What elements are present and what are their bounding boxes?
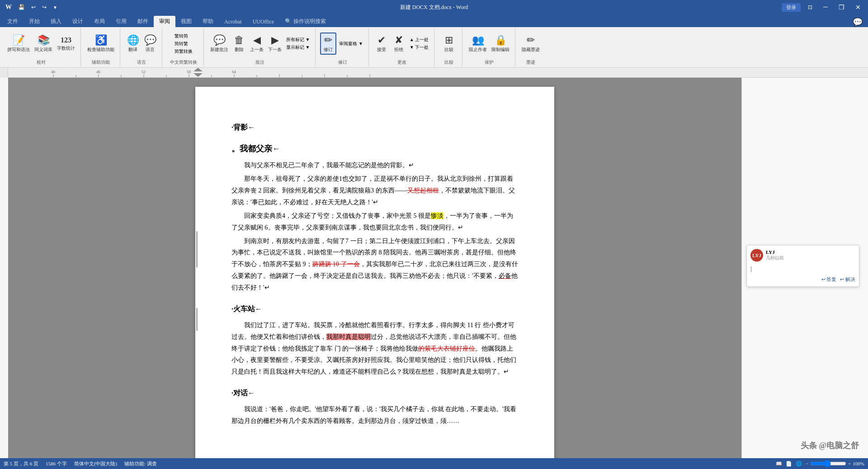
tab-uuoffice[interactable]: UUOffice (247, 17, 280, 27)
view-web-btn[interactable]: 🌐 (796, 461, 802, 467)
tab-view[interactable]: 视图 (175, 16, 197, 27)
status-bar: 第 5 页，共 6 页 1586 个字 简体中文(中国大陆) 辅助功能: 调查 … (0, 458, 868, 469)
svg-text:52: 52 (142, 70, 146, 74)
comment-time: 几秒以前 (766, 255, 784, 261)
comments-icon[interactable]: 💬 (853, 17, 863, 27)
prev-comment-btn[interactable]: ◀ 上一条 (248, 33, 265, 54)
ruler-bar: 40 46 52 58 64 (0, 68, 868, 78)
prev-change-btn[interactable]: ▲ 上一处 (408, 36, 430, 43)
document-page[interactable]: ·背影← 。我都父亲← 我与父亲不相见已二年余了，我最不能忘记的是他的背影。↵ … (195, 87, 554, 458)
spelling-icon: 📝 (13, 34, 25, 46)
main-heading: ·背影← (231, 121, 518, 134)
view-print-btn[interactable]: 📄 (786, 461, 792, 467)
proofing-buttons: 📝 拼写和语法 📚 同义词库 123 字数统计 (5, 29, 77, 58)
wordcount-btn[interactable]: 123 字数统计 (55, 35, 77, 52)
change-bar-2 (196, 308, 198, 331)
title-bar-right: 登录 ⊡ ─ ❐ ✕ (782, 3, 864, 12)
show-comments-col: 所有标记 ▼ 显示标记 ▼ (284, 36, 311, 51)
changes-label: 更改 (397, 58, 406, 66)
simp-to-trad-btn[interactable]: 简转繁 (173, 40, 194, 47)
reject-btn[interactable]: ✘ 拒绝 (391, 33, 407, 54)
nav-col: ▲ 上一处 ▼ 下一处 (408, 36, 430, 51)
new-comment-btn[interactable]: 💬 新建批注 (208, 33, 230, 54)
ribbon-group-changes: ✔ 接受 ✘ 拒绝 ▲ 上一处 ▼ 下一处 更改 (370, 28, 434, 66)
zoom-in-btn[interactable]: + (848, 461, 851, 466)
restore-btn[interactable]: ❐ (835, 3, 848, 12)
customize-btn[interactable]: ▼ (51, 4, 59, 11)
restrict-editing-btn[interactable]: 🔒 限制编辑 (490, 33, 511, 54)
para-2: 那年冬天，祖母死了，父亲的差使1也交卸了，正是祸不单行的日子。我从北京到徐州，打… (231, 173, 518, 208)
para-3: 回家变卖典质4，父亲还了亏空；又借钱办了丧事，家中光景 5 很是惨淡，一半为了丧… (231, 210, 518, 234)
resolve-btn[interactable]: ↩ 解决 (840, 276, 855, 283)
compare-label: 比较 (444, 58, 453, 66)
tab-help[interactable]: 帮助 (197, 16, 219, 27)
strikethrough-text-2: 踌躇踌 10 了一会 (312, 261, 360, 267)
tab-search[interactable]: 🔍 操作说明搜索 (279, 16, 331, 27)
delete-comment-btn[interactable]: 🗑 删除 (231, 33, 247, 54)
svg-text:64: 64 (232, 70, 236, 74)
accept-icon: ✔ (377, 34, 386, 46)
tab-design[interactable]: 设计 (67, 16, 89, 27)
undo-btn[interactable]: ↩ (29, 3, 38, 12)
show-markup-btn[interactable]: 显示标记 ▼ (284, 44, 311, 51)
zoom-slider[interactable] (810, 460, 846, 467)
redo-btn[interactable]: ↪ (40, 3, 48, 12)
document-area[interactable]: ·背影← 。我都父亲← 我与父亲不相见已二年余了，我最不能忘记的是他的背影。↵ … (8, 78, 741, 458)
minimize-btn[interactable]: ─ (820, 3, 831, 12)
tab-home[interactable]: 开始 (24, 16, 45, 27)
zoom-level[interactable]: 100% (853, 461, 864, 466)
reply-btn[interactable]: ↩ 答复 (821, 276, 837, 283)
zoom-out-btn[interactable]: − (806, 461, 808, 466)
tab-review[interactable]: 审阅 (154, 16, 175, 27)
restrict-icon: 🔒 (495, 34, 507, 46)
tab-layout[interactable]: 布局 (89, 16, 110, 27)
block-authors-icon: 👥 (472, 34, 484, 46)
review-pane-btn[interactable]: 审阅窗格 ▼ (337, 40, 364, 47)
zoom-control: − + 100% (806, 460, 864, 467)
accept-btn[interactable]: ✔ 接受 (373, 33, 390, 54)
proofing-label: 校对 (37, 58, 46, 66)
title-bar: W 💾 ↩ ↪ ▼ 新建 DOCX 文档.docx - Word 登录 ⊡ ─ … (0, 0, 868, 14)
comment-text-input[interactable] (750, 264, 855, 273)
tab-mailings[interactable]: 邮件 (132, 16, 154, 27)
thesaurus-btn[interactable]: 📚 同义词库 (33, 33, 54, 54)
language-btn[interactable]: 💬 语言 (142, 33, 158, 54)
next-change-btn[interactable]: ▼ 下一处 (408, 44, 430, 51)
block-authors-btn[interactable]: 👥 阻止作者 (467, 33, 489, 54)
accessibility-icon: ♿ (95, 34, 107, 46)
login-button[interactable]: 登录 (782, 3, 801, 12)
page-info: 第 5 页，共 6 页 (4, 460, 38, 467)
tab-file[interactable]: 文件 (2, 16, 24, 27)
track-col: 审阅窗格 ▼ (337, 40, 364, 47)
ribbon-group-protect: 👥 阻止作者 🔒 限制编辑 保护 (463, 28, 515, 66)
accessibility-status[interactable]: 辅助功能: 调查 (124, 460, 157, 467)
search-icon: 🔍 (285, 18, 292, 25)
check-accessibility-btn[interactable]: ♿ 检查辅助功能 (85, 33, 116, 54)
ribbon-display-btn[interactable]: ⊡ (804, 3, 816, 12)
track-changes-btn[interactable]: ✏ 修订 (320, 33, 336, 55)
save-btn[interactable]: 💾 (16, 3, 27, 12)
tab-insert[interactable]: 插入 (45, 16, 67, 27)
language-label: 语言 (137, 58, 146, 66)
hide-ink-btn[interactable]: ✏ 隐藏墨迹 (520, 33, 542, 54)
reject-icon: ✘ (395, 34, 403, 46)
show-all-markup-btn[interactable]: 所有标记 ▼ (284, 36, 311, 43)
simp-trad-convert-btn[interactable]: 简繁转换 (173, 48, 194, 55)
trad-to-simp-btn[interactable]: 繁转简 (173, 33, 194, 40)
window-title: 新建 DOCX 文档.docx - Word (400, 4, 468, 11)
close-btn[interactable]: ✕ (852, 3, 864, 12)
svg-text:46: 46 (96, 70, 101, 74)
next-comment-btn[interactable]: ▶ 下一条 (266, 33, 283, 54)
comment-actions: ↩ 答复 ↩ 解决 (750, 276, 855, 283)
accessibility-buttons: ♿ 检查辅助功能 (85, 29, 116, 58)
comment-bubble: LYJ LYJ 几秒以前 ↩ 答复 ↩ 解决 (746, 245, 859, 287)
compare-btn[interactable]: ⊞ 比较 (441, 33, 457, 54)
protect-label: 保护 (485, 58, 494, 66)
view-normal-btn[interactable]: 📖 (776, 461, 782, 467)
compare-icon: ⊞ (445, 34, 453, 46)
tab-acrobat[interactable]: Acrobat (219, 17, 247, 27)
conversion-col: 繁转简 简转繁 简繁转换 (173, 33, 194, 55)
translate-btn[interactable]: 🌐 翻译 (125, 33, 141, 54)
spelling-grammar-btn[interactable]: 📝 拼写和语法 (5, 33, 32, 54)
tab-references[interactable]: 引用 (110, 16, 132, 27)
